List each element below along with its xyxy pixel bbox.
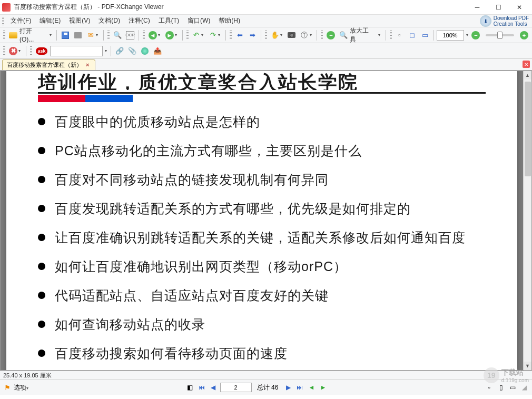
menu-window[interactable]: 窗口(W): [183, 15, 214, 26]
ask-toolbar-button[interactable]: ask: [34, 45, 49, 57]
layout-pane-button[interactable]: ◧: [185, 383, 195, 392]
close-all-tabs-button[interactable]: ✕: [523, 61, 530, 68]
back-button[interactable]: ◄▾: [147, 29, 163, 41]
email-button[interactable]: ✉▾: [85, 29, 101, 41]
print-button[interactable]: [72, 29, 84, 41]
zoom-input[interactable]: [437, 30, 464, 41]
grip-icon: [321, 31, 323, 40]
bullet-icon: [38, 350, 45, 357]
tab-close-button[interactable]: ✕: [84, 62, 91, 68]
nav-forward-button[interactable]: ►: [318, 383, 328, 392]
download-line2: Creation Tools: [494, 21, 529, 27]
arrow-left-icon: ◄: [149, 31, 157, 39]
cancel-button[interactable]: ✖▾: [7, 45, 23, 57]
prev-page-button[interactable]: ◀: [209, 383, 218, 392]
actual-size-icon: ▫: [396, 31, 404, 39]
actual-size-button[interactable]: ▫: [394, 29, 406, 41]
cursor-position-bar: 25.40 x 19.05 厘米: [0, 371, 532, 380]
menu-file[interactable]: 文件(F): [6, 15, 35, 26]
nav-back-button[interactable]: ◄: [307, 383, 316, 392]
document-tab[interactable]: 百度移动搜索官方课程（新） ✕: [2, 59, 95, 70]
attach-button[interactable]: 📎: [126, 45, 138, 57]
close-button[interactable]: ✕: [509, 1, 530, 14]
ocr-button[interactable]: OCR: [124, 29, 136, 41]
download-pdf-tools-link[interactable]: ⬇ Download PDF Creation Tools: [480, 15, 529, 27]
ask-search-input[interactable]: [50, 46, 103, 56]
save-button[interactable]: [60, 29, 71, 41]
minus-icon: −: [327, 31, 335, 39]
fit-width-button[interactable]: ▭: [419, 29, 431, 41]
slider-thumb[interactable]: [497, 32, 503, 39]
fit-page-button[interactable]: ◻: [407, 29, 418, 41]
next-page-button[interactable]: ▶: [283, 383, 293, 392]
single-page-button[interactable]: ▫: [485, 383, 494, 392]
export-button[interactable]: 📤: [152, 45, 163, 57]
zoom-in-btn2[interactable]: +: [518, 29, 530, 41]
page-heading: 培训作业，质优文章奖合入站长学院: [38, 71, 486, 90]
forward-button[interactable]: ►▾: [164, 29, 180, 41]
menu-bar: 文件(F) 编辑(E) 视图(V) 文档(D) 注释(C) 工具(T) 窗口(W…: [0, 15, 532, 27]
document-tab-bar: 百度移动搜索官方课程（新） ✕ ✕: [0, 59, 532, 71]
options-button[interactable]: 选项▾: [14, 383, 28, 392]
grip-icon: [3, 46, 5, 56]
scrollbar-thumb[interactable]: [525, 82, 531, 176]
scroll-up-button[interactable]: ▲: [524, 71, 531, 79]
ask-icon: ask: [36, 47, 47, 55]
minimize-button[interactable]: ─: [467, 1, 488, 14]
document-tab-label: 百度移动搜索官方课程（新）: [7, 61, 82, 69]
fit-width-icon: ▭: [421, 31, 429, 39]
grip-icon: [30, 46, 32, 56]
next-view-button[interactable]: ➡: [247, 29, 258, 41]
minus-icon: −: [471, 31, 480, 39]
menu-help[interactable]: 帮助(H): [214, 15, 244, 26]
document-viewport[interactable]: 培训作业，质优文章奖合入站长学院 百度眼中的优质移动站点是怎样的 PC站点移动化…: [1, 71, 523, 370]
heading-underline: [38, 92, 486, 94]
menu-tools[interactable]: 工具(T): [154, 15, 183, 26]
facing-button[interactable]: ▭: [508, 383, 517, 392]
menu-document[interactable]: 文档(D): [94, 15, 124, 26]
vertical-scrollbar[interactable]: ▲ ▼: [523, 71, 531, 370]
chevron-down-icon[interactable]: ▾: [465, 33, 469, 37]
bullet-icon: [38, 321, 45, 328]
zoom-tool-button[interactable]: 🔍 放大工具 ▾: [338, 29, 382, 41]
open-button[interactable]: 打开(O)... ▾: [7, 29, 54, 41]
fit-page-icon: ◻: [408, 31, 417, 39]
first-page-button[interactable]: ⏮: [197, 383, 206, 392]
menu-comment[interactable]: 注释(C): [124, 15, 154, 26]
prev-view-icon: ⬅: [235, 31, 244, 39]
snapshot-button[interactable]: [286, 29, 298, 41]
list-item: 如何让百度准确地识别出网页类型（移动orPC）: [38, 257, 486, 276]
list-item: 百度眼中的优质移动站点是怎样的: [38, 113, 486, 131]
flag-icon: ⚑: [3, 383, 12, 392]
page-number-input[interactable]: [220, 383, 252, 392]
window-title: 百度移动搜索官方课程（新） - PDF-XChange Viewer: [14, 3, 467, 12]
bullet-icon: [38, 234, 45, 241]
bullet-icon: [38, 263, 45, 270]
select-tool-button[interactable]: Ⓣ▾: [299, 29, 314, 41]
scroll-down-button[interactable]: ▼: [524, 362, 531, 370]
menu-edit[interactable]: 编辑(E): [35, 15, 65, 26]
zoom-tool-label: 放大工具: [348, 26, 377, 44]
zoom-slider[interactable]: [486, 34, 514, 36]
maximize-button[interactable]: ☐: [488, 1, 509, 14]
continuous-button[interactable]: ▯: [496, 383, 506, 392]
hand-tool-button[interactable]: ✋▾: [269, 29, 285, 41]
search-button[interactable]: 🔍: [112, 29, 123, 41]
undo-button[interactable]: ↶▾: [191, 29, 206, 41]
zoom-out-button[interactable]: −: [325, 29, 337, 41]
link-button[interactable]: 🔗: [114, 45, 125, 57]
app-icon: [2, 3, 11, 12]
pdf-page: 培训作业，质优文章奖合入站长学院 百度眼中的优质移动站点是怎样的 PC站点移动化…: [6, 71, 517, 370]
camera-icon: [288, 32, 295, 38]
redo-button[interactable]: ↷▾: [207, 29, 223, 41]
status-bar: ⚑ 选项▾ ◧ ⏮ ◀ 总计 46 ▶ ⏭ ◄ ► ▫ ▯ ▭ ◢: [0, 380, 532, 395]
zoom-out-btn2[interactable]: −: [470, 29, 481, 41]
list-item: 代码适配站点、自适应站点对百度友好的关键: [38, 286, 486, 305]
last-page-button[interactable]: ⏭: [295, 383, 304, 392]
secondary-toolbar: ✖▾ ask ▾ 🔗 📎 📤: [0, 43, 532, 59]
chevron-down-icon[interactable]: ▾: [104, 48, 108, 53]
prev-view-button[interactable]: ⬅: [234, 29, 245, 41]
menu-view[interactable]: 视图(V): [65, 15, 94, 26]
list-item: 百度发现跳转适配关系的方式有哪些，优先级是如何排定的: [38, 200, 486, 218]
web-button[interactable]: [139, 45, 151, 57]
